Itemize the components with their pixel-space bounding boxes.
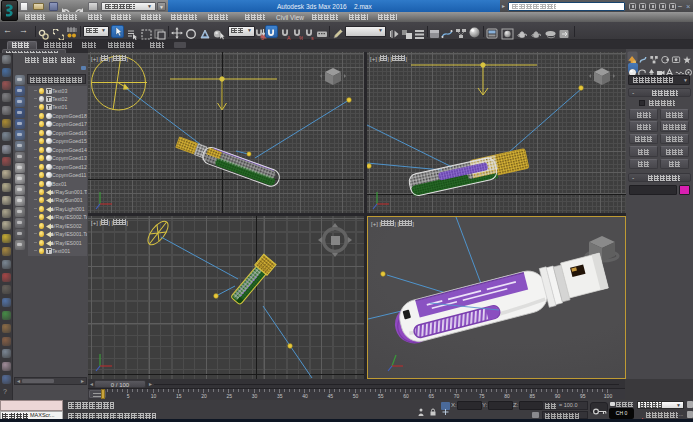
svg-text:s: s: [311, 34, 314, 40]
svg-text:%: %: [299, 34, 303, 40]
svg-text:3: 3: [261, 34, 264, 40]
svg-text:A: A: [287, 34, 291, 40]
